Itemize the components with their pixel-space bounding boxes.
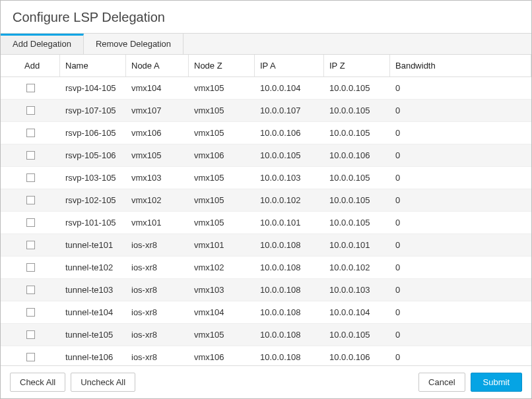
cell-node-a: ios-xr8 [126, 324, 189, 346]
row-checkbox-cell [1, 279, 60, 301]
cell-ip-z: 10.0.0.101 [324, 234, 390, 256]
cell-ip-z: 10.0.0.106 [324, 346, 390, 365]
row-checkbox[interactable] [26, 84, 35, 92]
cell-bandwidth: 0 [390, 279, 531, 301]
row-checkbox-cell [1, 234, 60, 256]
row-checkbox[interactable] [26, 106, 35, 115]
cell-ip-a: 10.0.0.102 [255, 189, 324, 211]
cell-ip-a: 10.0.0.108 [255, 324, 324, 346]
row-checkbox[interactable] [26, 151, 35, 160]
cell-ip-z: 10.0.0.105 [324, 100, 390, 121]
column-header-ip-z[interactable]: IP Z [324, 55, 390, 77]
cell-ip-a: 10.0.0.105 [255, 144, 324, 166]
table-row[interactable]: rsvp-101-105vmx101vmx10510.0.0.10110.0.0… [1, 212, 531, 234]
cell-node-z: vmx104 [189, 301, 255, 323]
row-checkbox[interactable] [26, 129, 35, 137]
cancel-button[interactable]: Cancel [418, 373, 465, 392]
row-checkbox-cell [1, 346, 60, 365]
row-checkbox-cell [1, 144, 60, 166]
dialog-footer: Check All Uncheck All Cancel Submit [1, 365, 531, 398]
submit-button[interactable]: Submit [471, 373, 522, 392]
check-all-button[interactable]: Check All [10, 373, 65, 392]
cell-name: tunnel-te101 [60, 234, 126, 256]
cell-node-z: vmx105 [189, 212, 255, 233]
table-row[interactable]: tunnel-te101ios-xr8vmx10110.0.0.10810.0.… [1, 234, 531, 257]
row-checkbox[interactable] [26, 218, 35, 227]
cell-ip-a: 10.0.0.108 [255, 301, 324, 323]
cell-ip-z: 10.0.0.105 [324, 167, 390, 189]
lsp-table[interactable]: Add Name Node A Node Z IP A IP Z Bandwid… [1, 55, 531, 365]
cell-bandwidth: 0 [390, 301, 531, 323]
cell-node-z: vmx105 [189, 77, 255, 99]
cell-node-a: vmx105 [126, 144, 189, 166]
table-row[interactable]: tunnel-te102ios-xr8vmx10210.0.0.10810.0.… [1, 257, 531, 279]
cell-ip-z: 10.0.0.105 [324, 189, 390, 211]
table-row[interactable]: tunnel-te105ios-xr8vmx10510.0.0.10810.0.… [1, 324, 531, 346]
cell-node-a: ios-xr8 [126, 257, 189, 278]
cell-name: tunnel-te104 [60, 301, 126, 323]
cell-node-a: vmx106 [126, 122, 189, 144]
table-row[interactable]: tunnel-te106ios-xr8vmx10610.0.0.10810.0.… [1, 346, 531, 365]
row-checkbox[interactable] [26, 330, 35, 339]
cell-ip-a: 10.0.0.108 [255, 257, 324, 278]
column-header-ip-a[interactable]: IP A [255, 55, 324, 77]
cell-name: tunnel-te105 [60, 324, 126, 346]
cell-ip-a: 10.0.0.103 [255, 167, 324, 189]
cell-bandwidth: 0 [390, 346, 531, 365]
cell-ip-a: 10.0.0.108 [255, 234, 324, 256]
row-checkbox[interactable] [26, 263, 35, 272]
cell-node-a: ios-xr8 [126, 301, 189, 323]
cell-bandwidth: 0 [390, 77, 531, 99]
table-row[interactable]: tunnel-te103ios-xr8vmx10310.0.0.10810.0.… [1, 279, 531, 301]
row-checkbox[interactable] [26, 196, 35, 204]
table-row[interactable]: rsvp-107-105vmx107vmx10510.0.0.10710.0.0… [1, 100, 531, 122]
cell-node-z: vmx105 [189, 167, 255, 189]
row-checkbox[interactable] [26, 308, 35, 317]
cell-ip-a: 10.0.0.108 [255, 346, 324, 365]
row-checkbox[interactable] [26, 353, 35, 361]
row-checkbox-cell [1, 324, 60, 346]
uncheck-all-button[interactable]: Uncheck All [71, 373, 135, 392]
row-checkbox[interactable] [26, 173, 35, 182]
cell-bandwidth: 0 [390, 100, 531, 121]
column-header-add[interactable]: Add [1, 55, 60, 77]
cell-name: tunnel-te103 [60, 279, 126, 301]
cell-name: tunnel-te102 [60, 257, 126, 278]
cell-bandwidth: 0 [390, 144, 531, 166]
cell-node-z: vmx106 [189, 346, 255, 365]
table-header: Add Name Node A Node Z IP A IP Z Bandwid… [1, 55, 531, 77]
row-checkbox-cell [1, 122, 60, 144]
column-header-node-z[interactable]: Node Z [189, 55, 255, 77]
cell-bandwidth: 0 [390, 212, 531, 233]
cell-node-a: ios-xr8 [126, 279, 189, 301]
table-row[interactable]: rsvp-103-105vmx103vmx10510.0.0.10310.0.0… [1, 167, 531, 189]
cell-name: tunnel-te106 [60, 346, 126, 365]
cell-bandwidth: 0 [390, 257, 531, 278]
row-checkbox[interactable] [26, 286, 35, 294]
cell-node-z: vmx101 [189, 234, 255, 256]
cell-ip-z: 10.0.0.105 [324, 122, 390, 144]
cell-ip-z: 10.0.0.103 [324, 279, 390, 301]
table-row[interactable]: rsvp-105-106vmx105vmx10610.0.0.10510.0.0… [1, 144, 531, 167]
column-header-node-a[interactable]: Node A [126, 55, 189, 77]
table-row[interactable]: tunnel-te104ios-xr8vmx10410.0.0.10810.0.… [1, 301, 531, 324]
column-header-bandwidth[interactable]: Bandwidth [390, 55, 531, 77]
cell-ip-a: 10.0.0.107 [255, 100, 324, 121]
cell-node-a: vmx103 [126, 167, 189, 189]
cell-node-a: vmx107 [126, 100, 189, 121]
row-checkbox[interactable] [26, 241, 35, 249]
cell-node-z: vmx106 [189, 144, 255, 166]
table-row[interactable]: rsvp-102-105vmx102vmx10510.0.0.10210.0.0… [1, 189, 531, 212]
column-header-name[interactable]: Name [60, 55, 126, 77]
tab-add-delegation[interactable]: Add Delegation [1, 34, 84, 54]
cell-ip-a: 10.0.0.106 [255, 122, 324, 144]
tab-bar: Add Delegation Remove Delegation [1, 33, 531, 55]
cell-bandwidth: 0 [390, 189, 531, 211]
cell-ip-a: 10.0.0.101 [255, 212, 324, 233]
row-checkbox-cell [1, 212, 60, 233]
table-row[interactable]: rsvp-104-105vmx104vmx10510.0.0.10410.0.0… [1, 77, 531, 100]
cell-bandwidth: 0 [390, 167, 531, 189]
table-row[interactable]: rsvp-106-105vmx106vmx10510.0.0.10610.0.0… [1, 122, 531, 144]
cell-node-a: vmx101 [126, 212, 189, 233]
tab-remove-delegation[interactable]: Remove Delegation [84, 34, 183, 54]
